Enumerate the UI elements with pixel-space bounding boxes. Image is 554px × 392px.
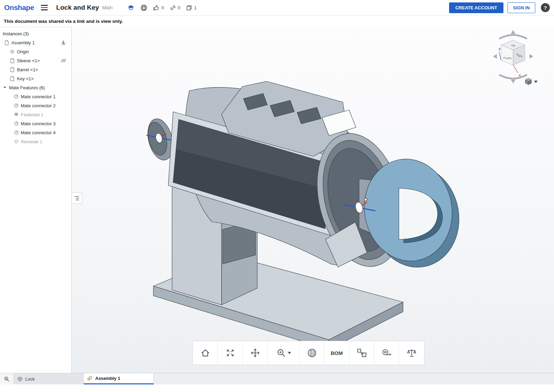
link-icon [170,4,176,11]
tree-item-revolute-1[interactable]: Revolute 1 [0,137,71,146]
mate-connector-icon [14,94,19,99]
section-lines-icon [61,58,66,63]
document-tab-bar: Lock Assembly 1 [0,373,554,384]
zoom-icon [276,348,286,358]
tree-item-label: Key <1> [17,76,34,81]
fastened-mate-icon [14,112,19,117]
tree-item-label: Fastened 1 [21,112,43,117]
rotate-down-arrow-icon[interactable] [511,80,516,83]
tree-item-label: Mate connector 4 [21,130,55,135]
origin-icon [10,49,15,54]
assembly-icon [4,40,9,45]
tree-item-mate-connector-3[interactable]: Mate connector 3 [0,119,71,128]
tree-item-barrel[interactable]: Barrel <1> [0,65,71,74]
pan-icon [250,348,260,358]
rotate-left-arrow-icon[interactable] [493,54,497,59]
tree-item-label: Mate connector 1 [21,94,55,99]
panel-list-icon [74,195,80,201]
isometric-view-button[interactable] [525,78,538,85]
assembly-3d-scene[interactable]: Top Front Right Z X Y [72,27,554,373]
chevron-down-icon[interactable] [288,352,291,354]
instances-panel: Instances (3) Assembly 1 Origin Sleeve <… [0,27,72,373]
orbit-icon [225,348,235,358]
exploded-view-icon [356,348,367,358]
tab-label: Assembly 1 [95,376,120,381]
panel-collapse-handle[interactable] [72,192,82,204]
axis-z-label: Z [499,47,501,51]
tree-item-label: Origin [17,49,29,54]
thumbs-up-icon [153,4,160,11]
copies-stat[interactable]: 1 [186,4,197,11]
links-stat[interactable]: 0 [170,4,180,11]
view-only-notice: This document was shared via a link and … [0,16,554,27]
top-bar: Onshape Lock and Key Main 0 0 [0,0,554,16]
tree-item-label: Assembly 1 [11,40,35,45]
bom-button[interactable]: BOM [324,341,349,365]
assembly-tab-icon [87,376,92,381]
copies-count: 1 [194,5,197,10]
rotate-view-button[interactable] [218,341,243,365]
part-icon [10,76,15,81]
tab-lock[interactable]: Lock [14,373,84,384]
view-cube-front-label: Front [503,56,511,60]
tree-item-sleeve[interactable]: Sleeve <1> [0,56,71,65]
copy-icon [186,4,193,11]
tree-item-label: Revolute 1 [21,139,42,144]
tree-item-label: Sleeve <1> [17,58,40,63]
instances-header: Instances (3) [0,29,71,38]
mate-connector-icon [14,130,19,135]
bom-label: BOM [331,350,343,356]
zoom-view-button[interactable] [268,341,300,365]
pan-view-button[interactable] [243,341,268,365]
tree-item-fastened-1[interactable]: Fastened 1 [0,110,71,119]
tree-item-label: Mate connector 2 [21,103,55,108]
education-icon[interactable] [127,4,135,11]
tab-assembly[interactable]: Assembly 1 [84,373,154,384]
balance-scale-icon [406,348,417,358]
section-view-icon [307,348,317,358]
part-icon [10,58,15,63]
tree-item-label: Mate connector 3 [21,121,55,126]
mass-properties-button[interactable] [399,341,424,365]
tree-item-mate-connector-4[interactable]: Mate connector 4 [0,128,71,137]
workspace-name: Main [102,5,113,10]
rotate-up-arrow-icon[interactable] [511,30,516,34]
links-count: 0 [178,5,180,10]
hamburger-menu-icon[interactable] [41,5,48,10]
tree-item-label: Barrel <1> [17,67,38,72]
section-view-button[interactable] [300,341,324,365]
create-account-button[interactable]: CREATE ACCOUNT [449,2,503,13]
part-studio-tab-icon [17,376,23,382]
tab-label: Lock [25,376,35,382]
view-toolbar: BOM [193,341,425,365]
onshape-logo[interactable]: Onshape [4,3,34,12]
3d-viewport[interactable]: Top Front Right Z X Y [72,27,554,373]
tree-item-mate-connector-2[interactable]: Mate connector 2 [0,101,71,110]
tree-item-key[interactable]: Key <1> [0,74,71,83]
lock-assembly-model[interactable] [144,81,467,349]
home-icon [200,348,211,358]
tree-item-mate-connector-1[interactable]: Mate connector 1 [0,92,71,101]
tree-item-assembly[interactable]: Assembly 1 [0,38,71,47]
document-title: Lock and Key [56,4,99,11]
rotate-right-arrow-icon[interactable] [529,54,533,59]
help-icon[interactable]: ? [541,3,550,12]
exploded-view-button[interactable] [349,341,374,365]
likes-stat[interactable]: 0 [153,4,164,11]
measure-button[interactable] [374,341,399,365]
mate-connector-icon [14,103,19,108]
mate-features-label: Mate Features (6) [9,85,45,90]
view-cube[interactable]: Top Front Right Z X Y [493,30,538,85]
chevron-down-icon[interactable] [534,81,538,83]
tree-item-origin[interactable]: Origin [0,47,71,56]
sign-in-button[interactable]: SIGN IN [508,2,535,13]
revolute-mate-icon [14,139,19,144]
home-view-button[interactable] [193,341,218,365]
tab-manager-button[interactable] [0,373,14,384]
globe-icon[interactable] [140,4,148,11]
search-tabs-icon [4,376,10,382]
mate-features-header[interactable]: Mate Features (6) [0,83,71,92]
chevron-down-icon [3,85,7,90]
view-cube-top-label: Top [511,44,516,47]
mate-connector-icon [14,121,19,126]
